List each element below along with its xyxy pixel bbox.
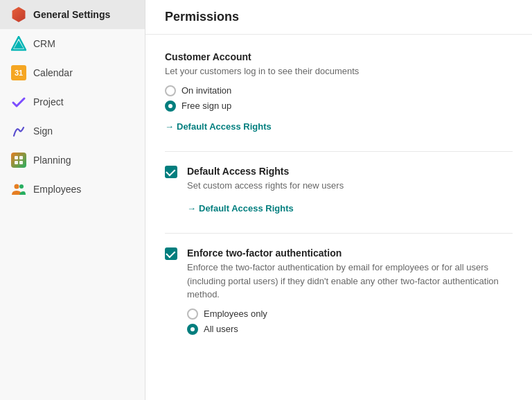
sidebar-item-label: General Settings — [33, 9, 110, 20]
radio-on-invitation[interactable]: On invitation — [165, 85, 513, 96]
arrow-icon: → — [165, 121, 174, 132]
radio-all-users-label: All users — [204, 324, 238, 334]
radio-free-sign-up-label: Free sign up — [181, 101, 231, 111]
sidebar-item-label: Sign — [33, 125, 53, 137]
sign-icon — [11, 123, 26, 139]
default-access-rights-desc: Set custom access rights for new users — [187, 179, 513, 193]
link-text: Default Access Rights — [199, 203, 294, 214]
sidebar-item-label: Project — [33, 96, 64, 107]
enforce-2fa-row: Enforce two-factor authentication Enforc… — [165, 247, 513, 340]
planning-icon — [11, 153, 26, 168]
calendar-icon: 31 — [11, 65, 26, 80]
divider-1 — [165, 151, 513, 152]
sidebar-item-employees[interactable]: Employees — [0, 175, 145, 204]
main-header: Permissions — [145, 0, 532, 35]
radio-all-users-circle[interactable] — [187, 324, 198, 335]
main-content-area: Permissions Customer Account Let your cu… — [145, 0, 532, 400]
svg-point-6 — [15, 184, 19, 189]
sidebar-item-general-settings[interactable]: General Settings — [0, 0, 145, 29]
radio-free-sign-up-circle[interactable] — [165, 101, 176, 112]
arrow-icon: → — [187, 203, 196, 214]
sidebar: General Settings CRM 31 Calendar Project — [0, 0, 145, 400]
sidebar-item-crm[interactable]: CRM — [0, 29, 145, 58]
default-access-rights-row: Default Access Rights Set custom access … — [165, 166, 513, 214]
default-access-rights-section: Default Access Rights Set custom access … — [165, 166, 513, 214]
sidebar-item-sign[interactable]: Sign — [0, 116, 145, 146]
enforce-2fa-checkbox[interactable] — [165, 247, 177, 260]
svg-rect-4 — [15, 161, 18, 164]
crm-icon — [11, 36, 26, 51]
sidebar-item-calendar[interactable]: 31 Calendar — [0, 58, 145, 87]
radio-employees-only-label: Employees only — [204, 308, 267, 319]
sidebar-item-label: Employees — [33, 184, 81, 195]
customer-account-desc: Let your customers log in to see their d… — [165, 64, 513, 78]
enforce-2fa-radio-group: Employees only All users — [187, 308, 513, 335]
enforce-2fa-title: Enforce two-factor authentication — [187, 247, 513, 259]
radio-employees-only[interactable]: Employees only — [187, 308, 513, 320]
radio-employees-only-circle[interactable] — [187, 308, 198, 320]
enforce-2fa-body: Enforce two-factor authentication Enforc… — [187, 247, 513, 340]
divider-2 — [165, 233, 513, 234]
radio-all-users[interactable]: All users — [187, 324, 513, 335]
default-access-rights-link[interactable]: → Default Access Rights — [187, 203, 294, 214]
default-access-rights-body: Default Access Rights Set custom access … — [187, 166, 513, 214]
default-access-rights-checkbox[interactable] — [165, 166, 177, 178]
radio-free-sign-up[interactable]: Free sign up — [165, 101, 513, 112]
enforce-2fa-desc: Enforce the two-factor authentication by… — [187, 261, 513, 302]
customer-account-radio-group: On invitation Free sign up — [165, 85, 513, 112]
svg-rect-5 — [19, 161, 23, 164]
sidebar-item-label: Planning — [33, 155, 71, 166]
page-title: Permissions — [165, 10, 513, 24]
permissions-content: Customer Account Let your customers log … — [145, 35, 532, 376]
svg-rect-3 — [19, 156, 23, 159]
link-text: Default Access Rights — [177, 121, 272, 132]
default-access-rights-title: Default Access Rights — [187, 166, 513, 177]
sidebar-item-label: Calendar — [33, 67, 73, 78]
svg-rect-2 — [15, 156, 18, 159]
radio-on-invitation-circle[interactable] — [165, 85, 176, 96]
customer-account-section: Customer Account Let your customers log … — [165, 51, 513, 132]
sidebar-item-project[interactable]: Project — [0, 87, 145, 116]
radio-on-invitation-label: On invitation — [181, 85, 231, 96]
hex-icon — [11, 7, 26, 22]
customer-account-title: Customer Account — [165, 51, 513, 62]
enforce-2fa-section: Enforce two-factor authentication Enforc… — [165, 247, 513, 340]
employees-icon — [11, 182, 26, 197]
sidebar-item-planning[interactable]: Planning — [0, 146, 145, 175]
sidebar-item-label: CRM — [33, 38, 55, 49]
customer-account-access-rights-link[interactable]: → Default Access Rights — [165, 121, 272, 132]
project-icon — [11, 94, 26, 110]
svg-point-7 — [19, 184, 24, 189]
